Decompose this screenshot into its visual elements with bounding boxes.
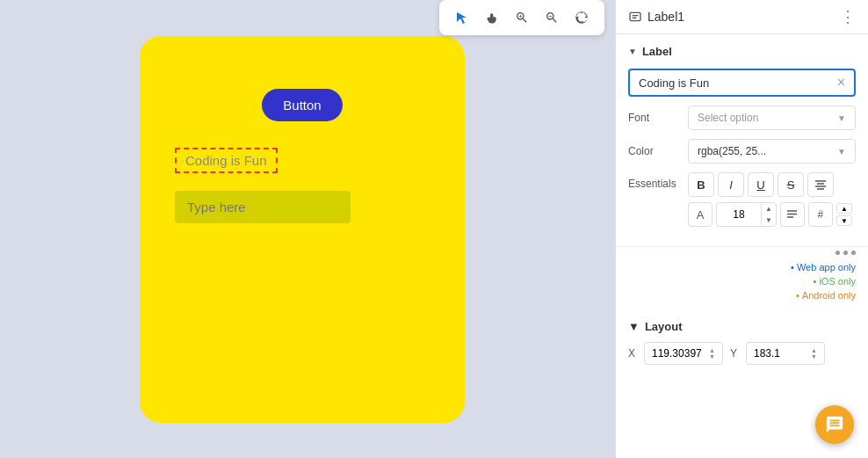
text-align-button[interactable] bbox=[780, 202, 805, 227]
svg-marker-0 bbox=[457, 12, 467, 24]
chat-button[interactable] bbox=[815, 405, 854, 444]
label-value-row: Coding is Fun × bbox=[628, 69, 856, 97]
web-tag: Web app only bbox=[791, 262, 856, 273]
font-row: Font Select option ▼ bbox=[628, 105, 856, 130]
bold-button[interactable]: B bbox=[688, 172, 714, 197]
panel-header: Label1 ⋮ bbox=[616, 0, 868, 34]
dropdown-chevron-icon: ▼ bbox=[837, 113, 846, 123]
hash-button[interactable]: # bbox=[808, 202, 833, 227]
clear-button[interactable]: × bbox=[837, 76, 845, 90]
text-input[interactable] bbox=[175, 191, 351, 223]
y-up[interactable]: ▲ bbox=[811, 347, 817, 353]
italic-button[interactable]: I bbox=[718, 172, 744, 197]
zoom-out-tool[interactable] bbox=[539, 5, 564, 30]
x-down[interactable]: ▼ bbox=[709, 353, 715, 360]
color-select[interactable]: rgba(255, 25... ▼ bbox=[688, 139, 856, 164]
format-buttons-row: B I U S bbox=[688, 172, 856, 197]
font-size-down[interactable]: ▼ bbox=[762, 214, 776, 226]
strikethrough-button[interactable]: S bbox=[778, 172, 804, 197]
svg-rect-1 bbox=[630, 12, 640, 20]
x-up[interactable]: ▲ bbox=[709, 347, 715, 353]
y-down[interactable]: ▼ bbox=[811, 353, 817, 360]
phone-frame: Button Coding is Fun bbox=[140, 36, 465, 423]
x-input[interactable]: 119.30397 ▲ ▼ bbox=[644, 342, 723, 365]
toolbar bbox=[439, 0, 604, 35]
more-dots bbox=[616, 247, 868, 258]
panel-more-button[interactable]: ⋮ bbox=[840, 7, 856, 26]
target-tool[interactable] bbox=[569, 5, 594, 30]
layout-section: ▼ Layout X 119.30397 ▲ ▼ Y 183.1 ▲ ▼ bbox=[616, 311, 868, 374]
panel-title: Label1 bbox=[647, 10, 684, 24]
font-size-spinner[interactable]: ▲ ▼ bbox=[761, 203, 776, 226]
label-section-title: ▼ Label bbox=[628, 45, 856, 58]
selected-label[interactable]: Coding is Fun bbox=[175, 148, 278, 173]
phone-button[interactable]: Button bbox=[262, 89, 342, 121]
chevron-icon: ▼ bbox=[628, 47, 637, 56]
zoom-in-tool[interactable] bbox=[510, 5, 534, 30]
dot-1 bbox=[835, 251, 840, 255]
align-center-button[interactable] bbox=[807, 172, 834, 197]
platform-tags: Web app only iOS only Android only bbox=[616, 258, 868, 311]
hand-tool[interactable] bbox=[480, 5, 504, 30]
extra-spinner[interactable]: ▲ ▼ bbox=[836, 203, 852, 226]
font-size-input[interactable]: 18 bbox=[717, 205, 761, 224]
panel-header-title: Label1 bbox=[628, 10, 684, 24]
font-size-up[interactable]: ▲ bbox=[762, 203, 776, 214]
text-size-icon: A bbox=[688, 202, 712, 227]
ios-tag: iOS only bbox=[814, 276, 856, 287]
label-icon bbox=[628, 10, 642, 24]
color-row: Color rgba(255, 25... ▼ bbox=[628, 139, 856, 164]
canvas-area: Button Coding is Fun bbox=[0, 0, 604, 458]
layout-chevron-icon: ▼ bbox=[628, 320, 640, 333]
xy-row: X 119.30397 ▲ ▼ Y 183.1 ▲ ▼ bbox=[628, 342, 856, 365]
dot-3 bbox=[851, 251, 856, 255]
dot-2 bbox=[843, 251, 848, 255]
underline-button[interactable]: U bbox=[748, 172, 774, 197]
essentials-row: Essentials B I U S bbox=[628, 172, 856, 227]
android-tag: Android only bbox=[796, 290, 856, 301]
size-row: A 18 ▲ ▼ bbox=[688, 202, 856, 227]
font-select[interactable]: Select option ▼ bbox=[688, 105, 856, 130]
y-input[interactable]: 183.1 ▲ ▼ bbox=[746, 342, 825, 365]
layout-header: ▼ Layout bbox=[628, 320, 856, 333]
essentials-controls: B I U S A bbox=[688, 172, 856, 227]
label-section: ▼ Label Coding is Fun × Font Select opti… bbox=[616, 34, 868, 247]
cursor-tool[interactable] bbox=[450, 5, 474, 30]
label-input[interactable]: Coding is Fun × bbox=[628, 69, 856, 97]
color-dropdown-chevron-icon: ▼ bbox=[837, 147, 846, 156]
right-panel: Label1 ⋮ ▼ Label Coding is Fun × Font Se… bbox=[615, 0, 868, 458]
